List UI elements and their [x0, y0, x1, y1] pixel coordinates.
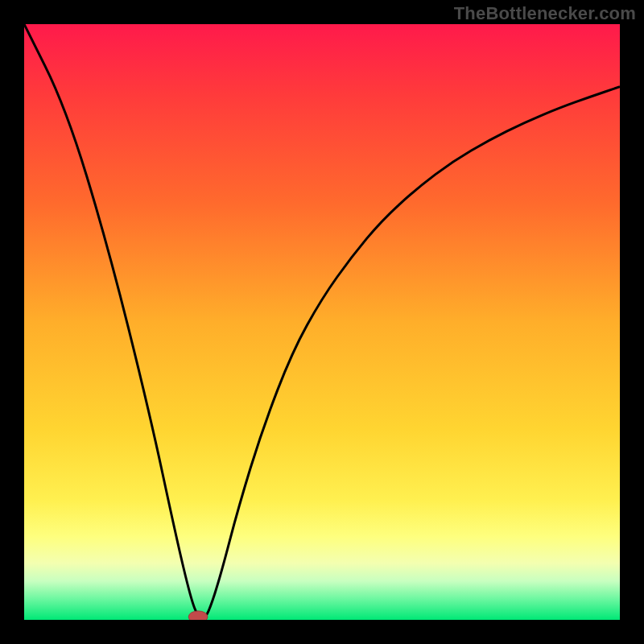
attribution-text: TheBottlenecker.com [454, 3, 636, 24]
gradient-background [24, 24, 620, 620]
bottleneck-plot [24, 24, 620, 620]
minimum-marker [188, 611, 208, 620]
plot-area [24, 24, 620, 620]
chart-frame: TheBottlenecker.com [0, 0, 644, 644]
